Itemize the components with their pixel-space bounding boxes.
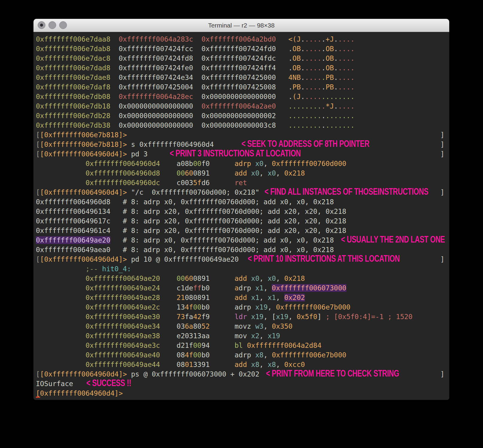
terminal-text	[36, 322, 85, 330]
terminal-text: .	[322, 74, 326, 81]
terminal-text: 0xfffffff00649ae3c	[85, 342, 160, 349]
terminal-line: ;-- hit0_4:	[36, 264, 447, 274]
terminal-text: ........	[288, 121, 322, 129]
terminal-text: 01	[185, 361, 193, 368]
terminal-text: 4NB	[288, 74, 301, 81]
terminal-text: drp	[239, 284, 255, 292]
terminal-line: 0xfffffff00649617c # 8: adrp x20, 0xffff…	[36, 216, 447, 226]
highlighted-text: 0x202	[284, 294, 305, 301]
terminal-text	[110, 35, 119, 43]
terminal-text: OB	[293, 64, 301, 72]
titlebar[interactable]: Terminal — r2 — 98×38	[33, 19, 449, 32]
terminal-text: 00	[193, 351, 201, 359]
terminal-text: 00	[193, 160, 201, 167]
terminal-text: 0xfffffff007425008	[201, 83, 276, 91]
terminal-text: .	[301, 83, 305, 91]
terminal-text: 0xfffffff006e7db28	[36, 112, 110, 120]
terminal-text: ....	[305, 83, 321, 91]
terminal-text: 94	[201, 342, 210, 349]
terminal-text	[160, 160, 176, 167]
terminal-text: ,	[276, 361, 284, 368]
terminal-text	[210, 169, 235, 177]
terminal-text	[160, 284, 176, 292]
terminal-text	[36, 313, 85, 321]
terminal-line: 0xfffffff006e7dab8 0xfffffff007424fcc 0x…	[36, 44, 447, 54]
terminal-text: ret	[235, 179, 247, 187]
terminal-text: .	[301, 35, 305, 43]
terminal-text	[210, 179, 235, 187]
annotation: < SEEK TO ADDRESS OF 8TH POINTER	[242, 139, 412, 148]
annotation-text: < PRINT 10 INSTRUCTIONS AT THIS LOCATION	[248, 254, 400, 264]
terminal-text: 21	[177, 294, 185, 301]
terminal-text	[36, 265, 85, 273]
terminal-line: 0xfffffff00649ae34 036a8052 movz w3, 0x3…	[36, 321, 447, 331]
terminal-line: 0xfffffff00649ae3c d21f0094 bl 0xfffffff…	[36, 341, 447, 350]
terminal-output[interactable]: 0xfffffff006e7daa8 0xfffffff0064a283c 0x…	[33, 32, 449, 398]
terminal-text: [0xfffffff0064960d4]>	[40, 188, 127, 196]
terminal-text: 0xfffffff007424fe0	[119, 64, 193, 72]
terminal-text: ........	[322, 93, 355, 100]
terminal-text: 0xfffffff007424fd8	[119, 54, 193, 62]
terminal-text: x19	[268, 332, 280, 340]
terminal-text: [	[36, 188, 40, 196]
terminal-text: a08b	[177, 160, 193, 167]
terminal-text: 0xfffffff00649ae30	[85, 313, 160, 321]
terminal-text: 00	[177, 169, 185, 177]
terminal-text: ,	[264, 351, 272, 359]
terminal-text: 03	[177, 322, 185, 330]
annotation: < USUALLY THE 2ND LAST ONE	[341, 234, 449, 244]
terminal-text: 0xfffffff00649ae28	[85, 294, 160, 301]
terminal-text	[193, 112, 201, 120]
terminal-text: 0xfffffff00649ae38	[85, 332, 160, 340]
terminal-text: [	[36, 141, 40, 148]
terminal-text: [	[36, 150, 40, 158]
terminal-text	[276, 54, 288, 62]
terminal-text: ........	[288, 102, 322, 110]
terminal-text: ps @ 0xfffffff006073000 + 0x202	[127, 370, 259, 378]
terminal-text: .	[334, 54, 338, 62]
terminal-text: ,	[259, 275, 268, 282]
terminal-text: 0xfffffff006e7db08	[36, 93, 110, 100]
terminal-text: .	[322, 45, 326, 53]
terminal-text: fa	[185, 313, 193, 321]
terminal-text: 0xfffffff0064960dc	[85, 179, 160, 187]
terminal-text: 42	[193, 313, 201, 321]
terminal-text: b0	[201, 303, 210, 311]
terminal-text	[110, 121, 119, 129]
terminal-text: 0xfffffff007424ff4	[201, 64, 276, 72]
terminal-text: [0xfffffff0064960d4]>	[40, 255, 127, 263]
terminal-line: 0xfffffff006e7daf8 0xfffffff007425004 0x…	[36, 82, 447, 92]
terminal-text: 0xfffffff006e7db18	[36, 102, 110, 110]
annotation: < FIND ALL INSTANCES OF THOSEINSTRUCTION…	[265, 187, 449, 196]
terminal-text	[193, 54, 201, 62]
terminal-text: 0xfffffff007425000	[201, 74, 276, 81]
terminal-text	[110, 54, 119, 62]
terminal-text: 08	[177, 361, 185, 368]
terminal-text: +J	[325, 35, 334, 43]
terminal-text: .	[301, 45, 305, 53]
terminal-text: add	[235, 294, 251, 301]
terminal-text: 0x0000000000000000	[201, 93, 276, 100]
terminal-text: ....	[305, 93, 321, 100]
terminal-line: 0xfffffff00649ae2c 134f00b0 adrp x19, 0x…	[36, 302, 447, 312]
terminal-text: [0xfffffff006e7b818]>	[40, 131, 127, 139]
terminal-text: .	[288, 83, 293, 91]
terminal-text: .	[334, 83, 338, 91]
terminal-line: 0xfffffff00649ae28 21080891 add x1, x1, …	[36, 293, 447, 302]
terminal-text: x0	[268, 275, 276, 282]
terminal-text: 0xfffffff0064960d8 # 8: adrp x0, 0xfffff…	[36, 198, 334, 206]
terminal-text	[276, 45, 288, 53]
terminal-text: .	[301, 74, 305, 81]
terminal-text	[160, 179, 176, 187]
terminal-text: ,	[264, 160, 272, 167]
terminal-text: 0xfffffff00649aea0	[36, 246, 110, 254]
terminal-text: # 8: adrp x0, 0xfffffff00760d000; add x0…	[110, 236, 334, 244]
terminal-text	[210, 160, 235, 167]
annotation: < PRINT 10 INSTRUCTIONS AT THIS LOCATION	[248, 254, 449, 263]
terminal-line: 0xfffffff00649ae30 73fa42f9 ldr x19, [x1…	[36, 312, 447, 321]
terminal-text	[110, 102, 119, 110]
terminal-text: 00	[193, 303, 201, 311]
annotation: < PRINT FROM HERE TO CHECK STRING	[266, 368, 444, 378]
terminal-text: x1	[268, 294, 276, 301]
terminal-text: pd 10 @ 0xfffffff00649ae20	[127, 255, 239, 263]
